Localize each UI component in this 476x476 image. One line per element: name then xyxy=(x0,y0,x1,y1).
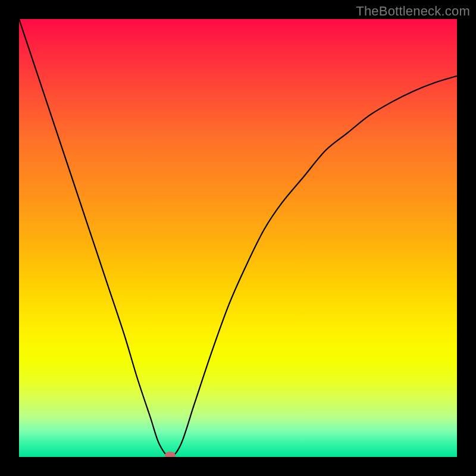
min-marker xyxy=(165,452,176,457)
watermark-text: TheBottleneck.com xyxy=(356,4,470,19)
bottleneck-curve xyxy=(19,19,457,457)
plot-area xyxy=(19,19,457,457)
chart-frame: TheBottleneck.com xyxy=(0,0,476,476)
